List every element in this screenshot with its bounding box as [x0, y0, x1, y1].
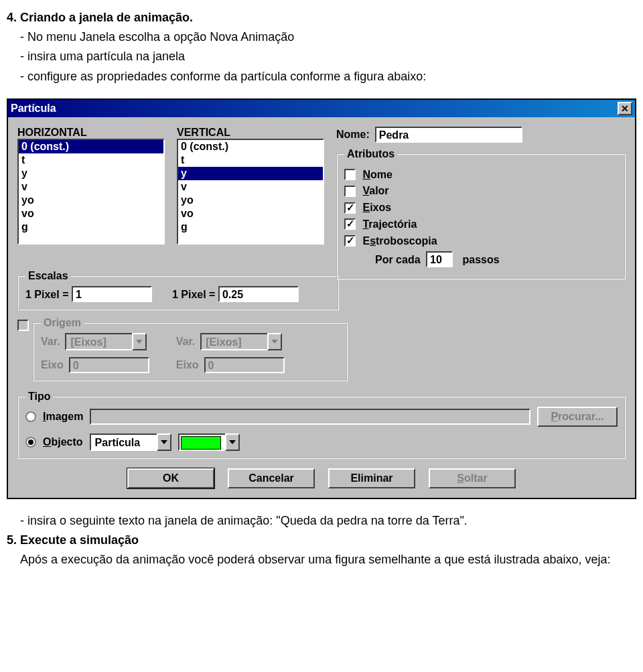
close-button[interactable]: ✕	[618, 102, 632, 115]
objecto-radio-label: Objecto	[43, 436, 83, 448]
origem-var-v-dropdown[interactable]: [Eixos]	[200, 333, 282, 350]
escalas-group: Escalas 1 Pixel = 1 1 Pixel = 0.25	[17, 270, 339, 310]
valor-checkbox-label: Valor	[362, 185, 388, 196]
eixos-checkbox-label: Eixos	[362, 202, 391, 213]
atributos-legend: Atributos	[344, 148, 397, 160]
origem-eixo-h-input[interactable]: 0	[69, 357, 149, 373]
list-item[interactable]: g	[178, 220, 323, 234]
nome-label: Nome:	[336, 129, 370, 141]
origem-eixo-h-label: Eixo	[41, 359, 64, 371]
procurar-button[interactable]: Procurar...	[537, 407, 618, 427]
escalas-legend: Escalas	[25, 270, 71, 282]
list-item[interactable]: vo	[19, 207, 163, 220]
list-item[interactable]: yo	[178, 194, 323, 207]
step5-title: 5. Execute a simulação	[7, 532, 636, 549]
imagem-radio-label: Imagem	[43, 411, 83, 423]
post-line: - insira o seguinte texto na janela de a…	[20, 513, 636, 529]
origem-var-h-dropdown[interactable]: [Eixos]	[65, 333, 147, 350]
objecto-radio[interactable]	[25, 437, 36, 448]
cancelar-button[interactable]: Cancelar	[228, 468, 315, 488]
origem-var-v-label: Var.	[176, 336, 195, 348]
soltar-button[interactable]: Soltar	[429, 468, 516, 488]
atributos-group: Atributos Nome Valor Eixos	[336, 148, 626, 279]
titlebar: Partícula ✕	[8, 100, 635, 117]
tipo-group: Tipo Imagem Procurar... Objecto Partícul…	[17, 391, 626, 459]
close-icon: ✕	[621, 103, 629, 114]
escala-h-prefix: 1 Pixel =	[25, 289, 69, 300]
list-item[interactable]: t	[178, 153, 323, 167]
list-item[interactable]: 0 (const.)	[19, 140, 163, 153]
step4-title: 4. Criando a janela de animação.	[7, 9, 636, 26]
step4-line2: - insira uma partícula na janela	[20, 48, 636, 65]
vertical-label: VERTICAL	[177, 127, 324, 139]
imagem-path-input[interactable]	[90, 409, 530, 425]
origem-enable-checkbox[interactable]	[17, 320, 29, 331]
eliminar-button[interactable]: Eliminar	[328, 468, 415, 488]
horizontal-label: HORIZONTAL	[17, 127, 165, 139]
eixos-checkbox[interactable]	[344, 202, 356, 214]
origem-legend: Origem	[41, 317, 84, 329]
list-item[interactable]: y	[19, 167, 163, 180]
escala-h-input[interactable]: 1	[72, 286, 152, 302]
step4-line3: - configure as propriedades conforme da …	[20, 68, 636, 85]
list-item[interactable]: g	[19, 220, 163, 234]
dialog-title: Partícula	[11, 103, 56, 115]
chevron-down-icon	[157, 433, 171, 451]
por-cada-label: Por cada	[375, 254, 421, 265]
chevron-down-icon	[225, 433, 240, 451]
estroboscopia-checkbox-label: Estroboscopia	[362, 235, 437, 247]
valor-checkbox[interactable]	[344, 186, 356, 197]
tipo-legend: Tipo	[25, 391, 53, 403]
imagem-radio[interactable]	[25, 411, 36, 422]
list-item[interactable]: v	[19, 180, 163, 194]
step5-para: Após a execução da animação você poderá …	[20, 551, 636, 568]
nome-checkbox-label: Nome	[362, 169, 392, 180]
trajectoria-checkbox[interactable]	[344, 218, 356, 230]
nome-checkbox[interactable]	[344, 169, 356, 180]
ok-button[interactable]: OK	[127, 468, 214, 488]
particula-dialog: Partícula ✕ HORIZONTAL 0 (const.) t y v …	[7, 98, 636, 499]
list-item[interactable]: 0 (const.)	[178, 140, 323, 153]
dialog-button-row: OK Cancelar Eliminar Soltar	[17, 468, 626, 488]
list-item[interactable]: y	[178, 167, 323, 180]
list-item[interactable]: t	[19, 153, 163, 167]
passos-label: passos	[463, 254, 500, 265]
estroboscopia-checkbox[interactable]	[344, 235, 356, 247]
escala-v-input[interactable]: 0.25	[218, 286, 299, 302]
chevron-down-icon	[132, 333, 147, 350]
horizontal-listbox[interactable]: 0 (const.) t y v yo vo g	[17, 139, 165, 245]
soltar-rest: oltar	[464, 472, 488, 484]
nome-input[interactable]: Pedra	[375, 127, 522, 143]
objecto-dropdown[interactable]: Partícula	[90, 433, 171, 451]
list-item[interactable]: yo	[19, 194, 163, 207]
color-dropdown[interactable]	[178, 433, 240, 451]
origem-eixo-v-input[interactable]: 0	[204, 357, 285, 373]
escala-v-prefix: 1 Pixel =	[172, 289, 216, 300]
passos-input[interactable]: 10	[426, 251, 453, 267]
chevron-down-icon	[267, 333, 282, 350]
trajectoria-checkbox-label: Trajectória	[362, 218, 417, 230]
origem-var-h-label: Var.	[41, 336, 60, 348]
origem-group: Origem Var. [Eixos] Eixo 0	[33, 317, 348, 381]
origem-eixo-v-label: Eixo	[176, 359, 199, 371]
color-swatch	[181, 436, 221, 450]
step4-line1: - No menu Janela escolha a opção Nova An…	[20, 29, 636, 46]
list-item[interactable]: vo	[178, 207, 323, 220]
list-item[interactable]: v	[178, 180, 323, 194]
vertical-listbox[interactable]: 0 (const.) t y v yo vo g	[177, 139, 324, 245]
